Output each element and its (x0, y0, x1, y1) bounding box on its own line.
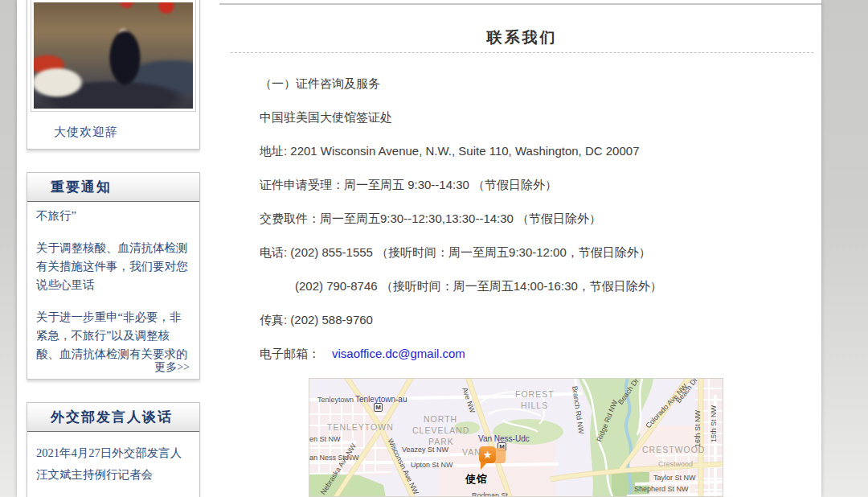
spokesperson-talks-header: 外交部发言人谈话 (27, 403, 199, 432)
contact-line: 电话: (202) 855-1555 （接听时间：周一至周五9:30-12:00… (260, 236, 821, 269)
email-row: 电子邮箱：visaoffice.dc@gmail.com (260, 337, 465, 371)
ambassador-welcome-link[interactable]: 大使欢迎辞 (54, 125, 199, 140)
contact-line: （一）证件咨询及服务 (260, 67, 821, 101)
embassy-map-label: 使馆 (465, 472, 488, 487)
spokesperson-talks-box: 外交部发言人谈话 2021年4月27日外交部发言人汪文斌主持例行记者会 (27, 402, 200, 497)
email-label: 电子邮箱： (260, 347, 320, 360)
contact-line: 中国驻美国大使馆签证处 (260, 101, 821, 134)
nav-bottom-border (219, 3, 821, 5)
contact-line: 地址: 2201 Wisconsin Avenue, N.W., Suite 1… (260, 134, 821, 168)
notice-link[interactable]: 关于进一步重申“非必要，非紧急，不旅行”以及调整核酸、血清抗体检测有关要求的重要… (36, 308, 190, 359)
ambassador-photo[interactable] (34, 2, 193, 109)
crowd-photo-image (34, 2, 193, 109)
contact-line: 传真: (202) 588-9760 (260, 303, 821, 337)
embassy-location-map[interactable]: ★ 使馆 TenleytownTenleytown-auTENLEYTOWNNO… (309, 378, 723, 497)
page-title-row: 联系我们 (231, 27, 813, 48)
important-notices-header: 重要通知 (27, 173, 199, 202)
email-link[interactable]: visaoffice.dc@gmail.com (332, 347, 465, 360)
embassy-map-pin[interactable]: ★ (479, 446, 496, 463)
contact-line: 交费取件：周一至周五9:30--12:30,13:30--14:30 （节假日除… (260, 202, 821, 236)
title-separator (231, 52, 813, 53)
notice-link[interactable]: 不旅行” (36, 207, 190, 225)
contact-info: （一）证件咨询及服务 中国驻美国大使馆签证处 地址: 2201 Wisconsi… (260, 67, 821, 337)
page-container: 大使欢迎辞 重要通知 不旅行” 关于调整核酸、血清抗体检测有关措施这件事，我们要… (17, 0, 821, 497)
ambassador-photo-frame (31, 0, 196, 112)
star-icon: ★ (483, 449, 493, 461)
spokesperson-talks-list: 2021年4月27日外交部发言人汪文斌主持例行记者会 (27, 432, 199, 497)
map-pin-tail (481, 462, 488, 470)
notice-link[interactable]: 关于调整核酸、血清抗体检测有关措施这件事，我们要对您说些心里话 (36, 239, 190, 294)
talk-link[interactable]: 2021年4月27日外交部发言人汪文斌主持例行记者会 (36, 442, 190, 486)
ambassador-welcome-card[interactable]: 大使欢迎辞 (27, 0, 200, 150)
contact-line: (202) 790-8746 （接听时间：周一至周五14:00-16:30，节假… (260, 269, 821, 303)
page-title: 联系我们 (487, 29, 558, 46)
important-notices-list: 不旅行” 关于调整核酸、血清抗体检测有关措施这件事，我们要对您说些心里话 关于进… (27, 202, 199, 359)
metro-station-icon (374, 403, 383, 412)
notices-more-link[interactable]: 更多>> (154, 360, 190, 375)
map-roads-layer (309, 379, 723, 497)
contact-line: 证件申请受理：周一至周五 9:30--14:30 （节假日除外） (260, 168, 821, 202)
important-notices-box: 重要通知 不旅行” 关于调整核酸、血清抗体检测有关措施这件事，我们要对您说些心里… (27, 172, 200, 380)
